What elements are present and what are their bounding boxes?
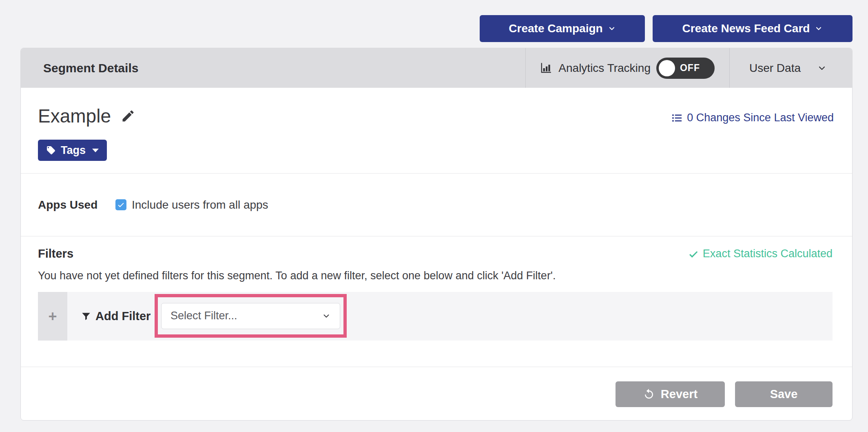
annotation-highlight-box: Select Filter... — [155, 294, 347, 338]
chevron-down-icon — [817, 63, 827, 73]
select-filter-placeholder: Select Filter... — [170, 310, 237, 322]
changes-link-label: 0 Changes Since Last Viewed — [687, 111, 834, 124]
segment-title-section: Example 0 Changes Since Last Viewed — [21, 88, 852, 173]
select-filter-dropdown[interactable]: Select Filter... — [161, 303, 340, 329]
tag-icon — [46, 145, 56, 155]
revert-button-label: Revert — [661, 387, 698, 401]
include-all-apps-option[interactable]: Include users from all apps — [115, 198, 268, 212]
analytics-tracking-control: Analytics Tracking OFF — [526, 48, 729, 88]
exact-statistics-status: Exact Statistics Calculated — [688, 247, 833, 260]
save-button[interactable]: Save — [735, 381, 833, 407]
filters-section: Filters Exact Statistics Calculated You … — [21, 236, 852, 367]
create-news-feed-card-label: Create News Feed Card — [682, 22, 810, 35]
list-icon — [671, 112, 683, 124]
bar-chart-icon — [539, 61, 553, 75]
create-campaign-label: Create Campaign — [509, 22, 602, 35]
revert-button[interactable]: Revert — [616, 381, 725, 407]
save-button-label: Save — [770, 387, 798, 401]
toggle-knob — [659, 60, 675, 76]
apps-used-label: Apps Used — [38, 198, 115, 212]
card-header: Segment Details Analytics Tracking — [21, 48, 852, 88]
create-campaign-button[interactable]: Create Campaign — [480, 15, 645, 42]
toggle-state-label: OFF — [680, 62, 700, 73]
add-filter-row: + Add Filter Select Filter... — [38, 292, 833, 341]
chevron-down-icon — [322, 312, 331, 321]
tags-button-label: Tags — [61, 144, 86, 157]
changes-since-last-viewed-link[interactable]: 0 Changes Since Last Viewed — [671, 111, 834, 124]
edit-pencil-icon[interactable] — [121, 109, 135, 123]
segment-name: Example — [38, 105, 111, 127]
exact-statistics-label: Exact Statistics Calculated — [703, 247, 833, 260]
card-footer: Revert Save — [21, 367, 852, 421]
create-news-feed-card-button[interactable]: Create News Feed Card — [653, 15, 852, 42]
analytics-tracking-label: Analytics Tracking — [558, 62, 651, 75]
apps-used-section: Apps Used Include users from all apps — [21, 173, 852, 236]
chevron-down-icon — [608, 24, 616, 33]
chevron-down-icon — [815, 24, 823, 33]
tags-button[interactable]: Tags — [38, 140, 107, 161]
caret-down-icon — [92, 149, 99, 152]
filter-funnel-icon — [81, 311, 91, 322]
filters-description: You have not yet defined filters for thi… — [38, 269, 833, 282]
plus-icon: + — [48, 308, 57, 325]
include-all-apps-label: Include users from all apps — [132, 198, 268, 212]
header-right-controls: Analytics Tracking OFF User Data — [525, 48, 852, 88]
user-data-label: User Data — [749, 62, 801, 75]
page-title: Segment Details — [43, 61, 138, 75]
analytics-tracking-toggle[interactable]: OFF — [656, 58, 715, 79]
include-all-apps-checkbox[interactable] — [115, 199, 126, 210]
add-filter-label: Add Filter — [95, 310, 151, 323]
filters-title: Filters — [38, 247, 73, 261]
user-data-dropdown[interactable]: User Data — [730, 48, 852, 88]
add-row-button[interactable]: + — [38, 292, 67, 341]
undo-icon — [643, 388, 655, 400]
checkmark-icon — [688, 249, 699, 259]
segment-details-page: Create Campaign Create News Feed Card Se… — [0, 0, 868, 432]
add-filter-label-group: Add Filter — [81, 292, 151, 341]
segment-details-card: Segment Details Analytics Tracking — [20, 48, 852, 421]
check-icon — [117, 201, 125, 209]
filters-header-row: Filters Exact Statistics Calculated — [38, 247, 833, 261]
